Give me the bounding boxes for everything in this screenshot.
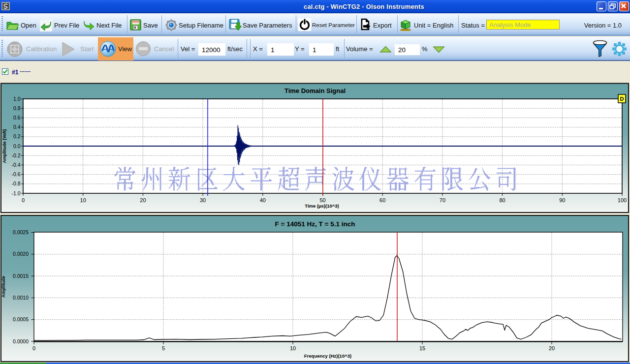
svg-text:0: 0 <box>22 197 25 203</box>
svg-text:0.0005: 0.0005 <box>13 316 29 322</box>
svg-text:0.0015: 0.0015 <box>13 273 29 279</box>
svg-text:-1.0: -1.0 <box>11 190 20 196</box>
svg-text:30: 30 <box>200 197 206 203</box>
svg-text:50: 50 <box>319 197 325 203</box>
svg-text:-0.8: -0.8 <box>11 181 20 186</box>
svg-text:0: 0 <box>32 345 35 351</box>
svg-text:0.4: 0.4 <box>13 124 21 130</box>
svg-text:Amplitude (Volt): Amplitude (Volt) <box>2 129 7 163</box>
svg-text:10: 10 <box>80 197 86 203</box>
svg-text:70: 70 <box>440 197 445 203</box>
svg-text:0.2: 0.2 <box>13 133 21 139</box>
svg-text:100: 100 <box>618 197 627 203</box>
svg-text:0.0: 0.0 <box>13 143 21 149</box>
svg-text:0.0020: 0.0020 <box>13 251 29 257</box>
svg-text:Time (µs)(10^3): Time (µs)(10^3) <box>305 203 339 209</box>
svg-text:10: 10 <box>290 345 296 351</box>
svg-text:20: 20 <box>549 345 555 351</box>
svg-text:15: 15 <box>419 345 425 351</box>
svg-text:Frequency (Hz)(10^3): Frequency (Hz)(10^3) <box>304 353 351 359</box>
svg-text:Time Domain Signal: Time Domain Signal <box>284 87 346 94</box>
svg-text:20: 20 <box>140 197 146 203</box>
svg-text:-0.6: -0.6 <box>11 171 20 177</box>
svg-text:0.0010: 0.0010 <box>13 295 29 301</box>
svg-text:D: D <box>620 96 624 102</box>
svg-text:80: 80 <box>499 197 505 203</box>
svg-text:0.0000: 0.0000 <box>13 338 29 344</box>
svg-text:0.0025: 0.0025 <box>13 229 29 235</box>
svg-text:-0.2: -0.2 <box>11 152 20 158</box>
svg-text:90: 90 <box>559 197 565 203</box>
svg-text:5: 5 <box>162 345 165 351</box>
svg-text:0.6: 0.6 <box>13 115 21 121</box>
svg-text:0.8: 0.8 <box>13 105 21 111</box>
svg-text:-0.4: -0.4 <box>11 162 20 168</box>
svg-text:1.0: 1.0 <box>13 96 21 102</box>
svg-text:Amplitude: Amplitude <box>1 276 6 298</box>
svg-text:60: 60 <box>379 197 385 203</box>
svg-text:40: 40 <box>260 197 266 203</box>
svg-text:F = 14051 Hz, T = 5.1 inch: F = 14051 Hz, T = 5.1 inch <box>275 220 355 228</box>
